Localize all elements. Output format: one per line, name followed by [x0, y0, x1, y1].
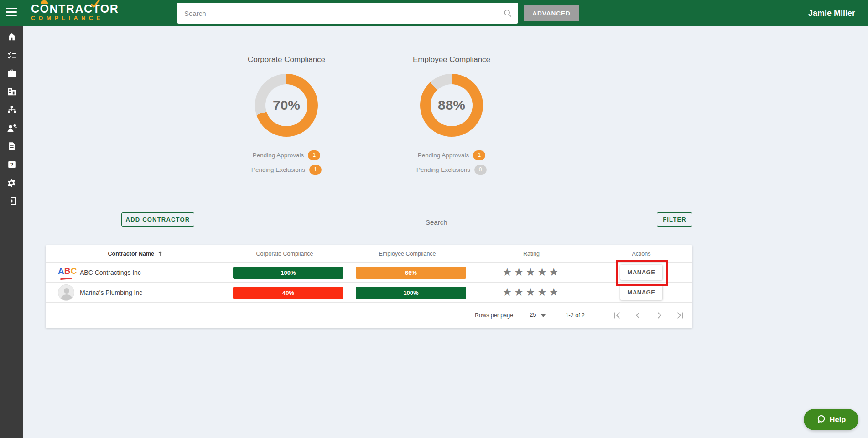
contractor-avatar	[58, 284, 74, 301]
sidebar-item-settings[interactable]	[4, 178, 20, 189]
table-row: Marina's Plumbing Inc 40% 100% ★★★★★ MAN…	[46, 283, 692, 303]
count-badge: 1	[308, 150, 320, 160]
global-search	[177, 3, 518, 24]
rows-per-page-label: Rows per page	[475, 312, 513, 319]
stat-label: Pending Exclusions	[416, 166, 470, 173]
sidebar-item-home[interactable]	[4, 32, 20, 43]
sitemap-icon	[7, 105, 17, 117]
first-page-icon[interactable]	[612, 310, 622, 320]
pending-exclusions-row: Pending Exclusions 1	[218, 165, 355, 175]
logout-icon	[7, 196, 17, 208]
sidebar-nav: ?	[0, 26, 23, 438]
employee-compliance-bar: 100%	[356, 287, 466, 299]
advanced-search-button[interactable]: ADVANCED	[524, 5, 579, 21]
app-header: CONTRACTOR COMPLIANCE ADVANCED Jamie Mil…	[0, 0, 868, 26]
pagination-range-label: 1-2 of 2	[566, 312, 585, 319]
column-header-rating: Rating	[523, 245, 540, 263]
worker-gear-icon	[6, 123, 17, 135]
sidebar-item-jobs[interactable]	[4, 69, 20, 80]
chat-bubble-icon	[816, 414, 826, 425]
filter-button[interactable]: FILTER	[657, 212, 692, 227]
chevron-down-icon	[541, 311, 546, 319]
contractor-name: Marina's Plumbing Inc	[80, 283, 142, 303]
column-header-employee-compliance: Employee Compliance	[379, 245, 436, 263]
gear-icon	[7, 178, 17, 190]
contractors-table: Contractor Name Corporate Compliance Emp…	[46, 245, 692, 328]
svg-text:?: ?	[10, 162, 13, 167]
sidebar-item-workers[interactable]	[4, 124, 20, 134]
chart-title: Corporate Compliance	[218, 55, 355, 64]
donut-percent-label: 70%	[255, 74, 318, 137]
help-box-icon: ?	[7, 160, 17, 171]
user-menu[interactable]: Jamie Miller	[808, 0, 855, 26]
pending-approvals-row: Pending Approvals 1	[218, 150, 355, 160]
last-page-icon[interactable]	[675, 310, 685, 320]
corporate-compliance-bar: 40%	[233, 287, 343, 299]
sidebar-item-help[interactable]: ?	[4, 160, 20, 171]
building-icon	[7, 87, 17, 98]
table-row: ABC ABC Contractings Inc 100% 66% ★★★★★ …	[46, 263, 692, 283]
briefcase-icon	[7, 68, 17, 80]
employee-compliance-bar: 66%	[356, 267, 466, 279]
sidebar-item-companies[interactable]	[4, 87, 20, 98]
logo-line-1: CONTRACTOR	[31, 3, 113, 15]
sidebar-item-org-chart[interactable]	[4, 105, 20, 116]
checklist-icon	[7, 50, 17, 62]
table-pagination: Rows per page 25 1-2 of 2	[46, 303, 692, 328]
rating-stars[interactable]: ★★★★★	[502, 263, 561, 282]
logo-line-2: COMPLIANCE	[31, 15, 113, 21]
pending-approvals-row: Pending Approvals 1	[383, 150, 520, 160]
person-avatar-icon	[58, 284, 74, 301]
column-header-corporate-compliance: Corporate Compliance	[256, 245, 313, 263]
main-content: Corporate Compliance 70% Pending Approva…	[23, 26, 868, 438]
sidebar-item-logout[interactable]	[4, 196, 20, 207]
search-icon	[503, 8, 513, 20]
help-button-label: Help	[830, 415, 846, 424]
sidebar-item-tasks[interactable]	[4, 51, 20, 62]
corporate-donut-chart: 70%	[255, 74, 318, 137]
home-icon	[7, 32, 17, 44]
manage-button[interactable]: MANAGE	[620, 285, 662, 300]
employee-donut-chart: 88%	[420, 74, 483, 137]
table-search-input[interactable]	[425, 216, 654, 229]
count-badge: 0	[474, 165, 487, 175]
contractor-name: ABC Contractings Inc	[80, 263, 141, 283]
document-icon	[7, 141, 17, 153]
rows-per-page-select[interactable]: 25	[528, 310, 547, 321]
add-contractor-button[interactable]: ADD CONTRACTOR	[121, 212, 194, 227]
pending-exclusions-row: Pending Exclusions 0	[383, 165, 520, 175]
previous-page-icon[interactable]	[633, 310, 643, 320]
stat-label: Pending Exclusions	[251, 166, 305, 173]
app-logo: CONTRACTOR COMPLIANCE	[31, 3, 113, 21]
global-search-input[interactable]	[177, 3, 518, 24]
contractor-logo: ABC	[58, 264, 74, 281]
count-badge: 1	[309, 165, 322, 175]
hamburger-menu-icon[interactable]	[6, 8, 18, 19]
count-badge: 1	[473, 150, 485, 160]
employee-compliance-chart: Employee Compliance 88% Pending Approval…	[383, 55, 520, 180]
column-header-actions: Actions	[632, 245, 651, 263]
stat-label: Pending Approvals	[253, 152, 304, 159]
logo-underline	[60, 278, 72, 280]
hard-hat-icon	[41, 0, 48, 4]
table-search	[425, 216, 654, 229]
checkmark-icon	[88, 0, 101, 12]
next-page-icon[interactable]	[654, 310, 664, 320]
corporate-compliance-bar: 100%	[233, 267, 343, 279]
rating-stars[interactable]: ★★★★★	[502, 283, 561, 302]
donut-percent-label: 88%	[420, 74, 483, 137]
manage-button[interactable]: MANAGE	[620, 265, 662, 280]
sort-asc-icon	[157, 252, 163, 258]
corporate-compliance-chart: Corporate Compliance 70% Pending Approva…	[218, 55, 355, 180]
chart-title: Employee Compliance	[383, 55, 520, 64]
stat-label: Pending Approvals	[418, 152, 469, 159]
sidebar-item-documents[interactable]	[4, 142, 20, 153]
column-header-contractor-name[interactable]: Contractor Name	[108, 245, 163, 263]
help-button[interactable]: Help	[804, 409, 858, 430]
table-header-row: Contractor Name Corporate Compliance Emp…	[46, 245, 692, 263]
